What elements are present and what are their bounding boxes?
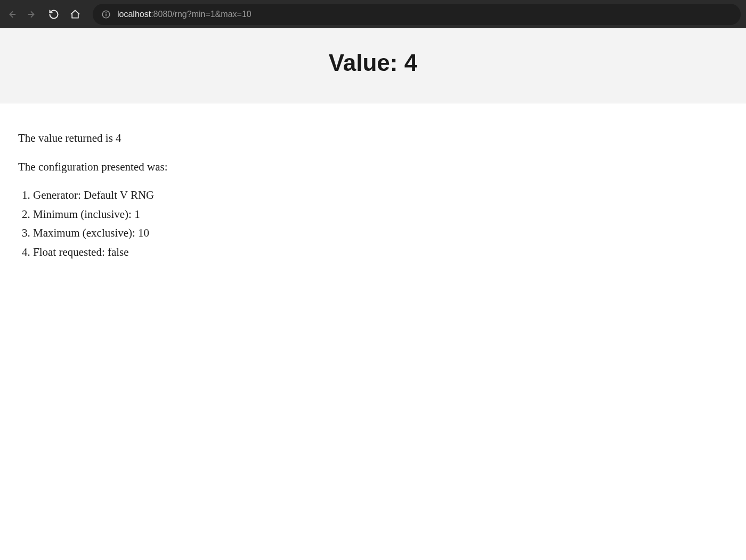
svg-point-4 [106,12,107,13]
page-content: The value returned is 4 The configuratio… [0,103,746,289]
url-display: localhost:8080/rng?min=1&max=10 [117,10,252,19]
list-item: Minimum (inclusive): 1 [33,206,728,223]
home-button[interactable] [69,9,81,20]
browser-toolbar: localhost:8080/rng?min=1&max=10 [0,0,746,28]
list-item: Float requested: false [33,244,728,261]
site-info-icon[interactable] [101,10,111,19]
page-header: Value: 4 [0,28,746,103]
back-button[interactable] [5,9,17,20]
url-path: :8080/rng?min=1&max=10 [151,10,252,19]
forward-button[interactable] [27,9,38,20]
reload-button[interactable] [48,9,60,20]
address-bar[interactable]: localhost:8080/rng?min=1&max=10 [93,4,741,25]
list-item: Generator: Default V RNG [33,187,728,204]
nav-buttons [5,9,81,20]
config-list: Generator: Default V RNG Minimum (inclus… [18,187,728,261]
config-intro: The configuration presented was: [18,159,728,176]
page-title: Value: 4 [0,50,746,76]
summary-text: The value returned is 4 [18,130,728,147]
url-host: localhost [117,10,151,19]
list-item: Maximum (exclusive): 10 [33,225,728,242]
